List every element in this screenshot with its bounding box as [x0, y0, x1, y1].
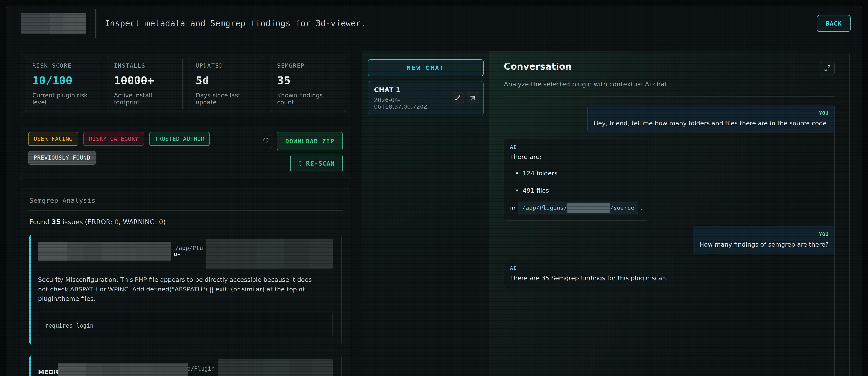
ai-message: AI There are 35 Semgrep findings for thi… — [504, 260, 674, 288]
expand-icon — [824, 65, 831, 72]
favorite-button[interactable]: ♡ — [260, 133, 272, 149]
code-pre: /app/Plugins/ — [522, 203, 567, 212]
message-text: How many findings of semgrep are there? — [700, 240, 829, 249]
inline-code-path: /app/Plugins//source — [518, 201, 638, 215]
message-outro: in /app/Plugins//source . — [510, 201, 643, 215]
app-window: Inspect metadata and Semgrep findings fo… — [6, 5, 862, 376]
finding-title-row: o- direct-file-access /app/Plu — [38, 242, 333, 274]
stat-card-updated: UPDATED 5d Days since last update — [188, 56, 265, 112]
delete-chat-button[interactable] — [467, 92, 479, 104]
outro-suffix: . — [641, 203, 643, 213]
bullet-list: • 124 folders • 491 files — [515, 168, 643, 195]
scrollbar-track[interactable] — [835, 106, 835, 376]
tag-row: USER FACING RISKY CATEGORY TRUSTED AUTHO… — [28, 132, 210, 146]
stat-card-installs: INSTALLS 10000+ Active install footprint — [107, 56, 183, 112]
badge-previously-found: PREVIOUSLY FOUND — [28, 151, 96, 165]
download-zip-button[interactable]: DOWNLOAD ZIP — [277, 132, 343, 150]
found-prefix: Found — [29, 218, 51, 226]
found-suffix: ) — [163, 218, 166, 226]
pencil-icon — [455, 95, 461, 101]
stat-value: 5d — [195, 74, 257, 87]
chat-list-item[interactable]: CHAT 1 2026-04-06T18:37:00.720Z — [368, 81, 484, 115]
heart-icon: ♡ — [262, 137, 269, 145]
message-text: Hey, friend, tell me how many folders an… — [593, 119, 829, 128]
action-row: ♡ DOWNLOAD ZIP — [260, 132, 343, 150]
findings-list: o- direct-file-access /app/Plu Security … — [29, 234, 342, 376]
stat-caption: Active install footprint — [114, 92, 176, 106]
logo-placeholder — [21, 13, 86, 34]
stat-caption: Days since last update — [195, 92, 257, 106]
message-role-label: AI — [510, 143, 643, 151]
message-intro: There are: — [510, 152, 643, 162]
bullet-dot: • — [515, 186, 519, 195]
redacted-title-block — [38, 242, 172, 261]
rescan-label: RE-SCAN — [306, 160, 335, 167]
tag-list: USER FACING RISKY CATEGORY TRUSTED AUTHO… — [28, 132, 210, 172]
page-title: Inspect metadata and Semgrep findings fo… — [105, 19, 366, 28]
stat-value: 35 — [277, 74, 339, 87]
semgrep-heading: Semgrep Analysis — [29, 197, 342, 205]
chat-name: CHAT 1 — [374, 86, 449, 94]
bullet-text: 124 folders — [523, 168, 557, 178]
error-count: 0 — [115, 218, 119, 226]
finding-card: MEDIU direc /app/Plugin Security Misconf… — [29, 355, 342, 376]
finding-path: /app/Plugin — [177, 363, 333, 376]
redacted-title-block — [58, 363, 188, 376]
conversation-subtitle: Analyze the selected plugin with context… — [504, 81, 835, 88]
message-role-label: AI — [510, 264, 668, 272]
stats-panel: RISK SCORE 10/100 Current plugin risk le… — [20, 51, 351, 117]
finding-description: Security Misconfiguration: This PHP file… — [38, 275, 320, 304]
findings-summary: Found 35 issues (ERROR: 0, WARNING: 0) — [29, 218, 342, 226]
tags-panel: USER FACING RISKY CATEGORY TRUSTED AUTHO… — [20, 125, 351, 180]
finding-title-tail: o- — [173, 250, 180, 257]
chat-meta: CHAT 1 2026-04-06T18:37:00.720Z — [374, 86, 449, 110]
expand-button[interactable] — [820, 61, 835, 76]
user-message: YOU Hey, friend, tell me how many folder… — [587, 105, 835, 133]
outro-prefix: in — [510, 203, 516, 213]
page-header: Inspect metadata and Semgrep findings fo… — [6, 6, 862, 41]
stat-label: SEMGREP — [277, 62, 339, 69]
chat-list-column: NEW CHAT CHAT 1 2026-04-06T18:37:00.720Z — [362, 51, 489, 376]
badge-trusted-author: TRUSTED AUTHOR — [149, 132, 210, 146]
found-count: 35 — [51, 218, 61, 226]
message-text: There are 35 Semgrep findings for this p… — [510, 274, 668, 283]
edit-chat-button[interactable] — [452, 92, 464, 104]
redacted-path-block — [218, 359, 333, 376]
conversation-divider — [504, 96, 835, 97]
finding-title: MEDIU direc — [38, 363, 171, 376]
bullet-item: • 491 files — [515, 186, 643, 195]
chat-section: NEW CHAT CHAT 1 2026-04-06T18:37:00.720Z — [362, 51, 849, 376]
back-button[interactable]: BACK — [817, 15, 851, 32]
stat-card-risk-score: RISK SCORE 10/100 Current plugin risk le… — [25, 56, 101, 112]
message-list: YOU Hey, friend, tell me how many folder… — [504, 105, 835, 376]
code-post: /source — [610, 203, 634, 212]
header-divider — [95, 9, 96, 38]
stat-label: RISK SCORE — [32, 62, 94, 69]
redacted-path-block — [206, 239, 333, 269]
user-message: YOU How many findings of semgrep are the… — [693, 226, 835, 254]
trash-icon — [470, 95, 476, 101]
bullet-dot: • — [515, 168, 519, 178]
stat-label: UPDATED — [195, 62, 257, 69]
bullet-text: 491 files — [523, 186, 549, 195]
finding-path: /app/Plu — [175, 242, 333, 274]
conversation-title: Conversation — [504, 61, 572, 72]
conversation-panel: Conversation Analyze the selected plugin… — [489, 51, 849, 376]
finding-title: o- direct-file-access — [38, 242, 169, 274]
found-mid: issues (ERROR: — [61, 218, 115, 226]
metadata-column: RISK SCORE 10/100 Current plugin risk le… — [20, 51, 351, 376]
stat-label: INSTALLS — [114, 62, 176, 69]
chat-timestamp: 2026-04-06T18:37:00.720Z — [374, 97, 449, 110]
semgrep-panel: Semgrep Analysis Found 35 issues (ERROR:… — [20, 188, 351, 376]
new-chat-button[interactable]: NEW CHAT — [368, 60, 484, 76]
stat-caption: Known findings count — [277, 92, 339, 106]
redacted-plugin-name — [567, 203, 610, 213]
tag-row: PREVIOUSLY FOUND — [28, 151, 210, 165]
ai-message: AI There are: • 124 folders • 491 files — [504, 138, 649, 221]
rescan-button[interactable]: ☾ RE-SCAN — [290, 155, 343, 172]
page-body: RISK SCORE 10/100 Current plugin risk le… — [6, 41, 862, 376]
stat-value: 10/100 — [32, 74, 94, 87]
finding-card: o- direct-file-access /app/Plu Security … — [29, 234, 342, 345]
message-role-label: YOU — [700, 231, 829, 238]
action-buttons: ♡ DOWNLOAD ZIP ☾ RE-SCAN — [260, 132, 343, 172]
